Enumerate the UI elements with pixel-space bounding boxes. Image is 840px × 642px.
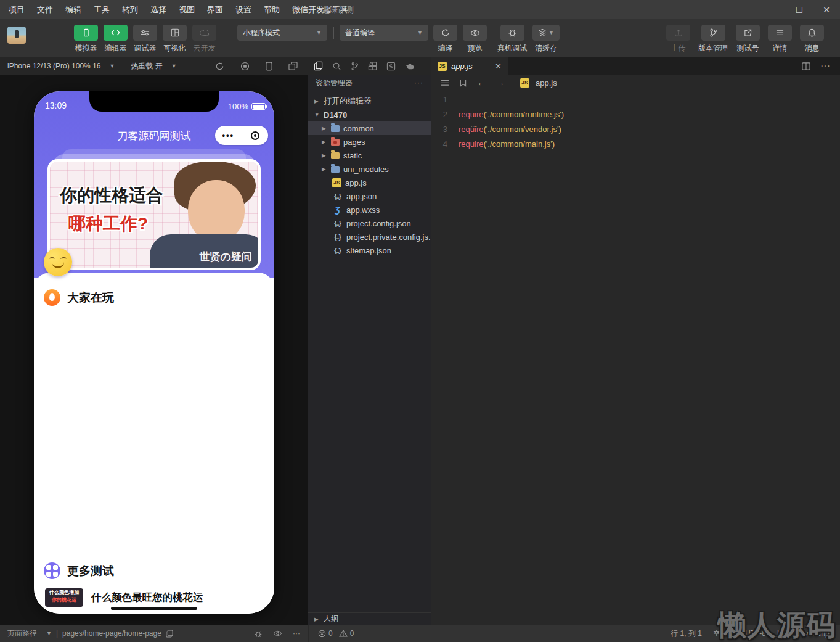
menu-interface[interactable]: 界面	[201, 4, 229, 15]
toggle-cloud[interactable]: 云开发	[192, 25, 216, 54]
search-icon[interactable]	[332, 62, 341, 71]
close-tab-icon[interactable]: ✕	[495, 62, 502, 71]
test-account-button[interactable]: 测试号	[736, 25, 760, 54]
main-banner[interactable]: 你的性格适合 哪种工作? 世贤の疑问	[47, 159, 261, 270]
simulator-toolbar: iPhone 12/13 (Pro) 100% 16▼ 热重载 开▼	[0, 57, 308, 75]
bell-icon	[808, 28, 816, 37]
tree-file-app-wxss[interactable]: Ʒapp.wxss	[308, 203, 431, 216]
home-indicator	[111, 607, 197, 610]
device-debug-button[interactable]: 真机调试	[497, 25, 527, 54]
toggle-debugger[interactable]: 调试器	[133, 25, 157, 54]
more-actions-icon[interactable]: ···	[820, 60, 830, 72]
breadcrumb-file[interactable]: app.js	[536, 78, 557, 88]
tree-file-project-private-config[interactable]: {..}project.private.config.js...	[308, 230, 431, 244]
upload-button[interactable]: 上传	[666, 25, 690, 54]
copy-path-icon[interactable]	[166, 630, 173, 638]
nav-back-icon[interactable]: ←	[477, 78, 486, 88]
menu-goto[interactable]: 转到	[116, 4, 144, 15]
device-select[interactable]: iPhone 12/13 (Pro) 100% 16▼	[0, 62, 115, 70]
more-quiz-item[interactable]: 什么颜色增加 你的桃花运 什么颜色最旺您的桃花运	[45, 588, 264, 607]
tab-app-js[interactable]: JS app.js ✕	[431, 57, 508, 75]
cursor-position[interactable]: 行 1, 列 1	[671, 628, 702, 639]
snippet-icon[interactable]	[386, 62, 396, 71]
device-frame-icon[interactable]	[266, 62, 272, 71]
version-control-button[interactable]: 版本管理	[698, 25, 728, 54]
sliders-icon	[141, 29, 150, 36]
eye-icon[interactable]	[273, 630, 282, 636]
tree-folder-pages[interactable]: ▶pages	[308, 135, 431, 149]
toggle-editor[interactable]: 编辑器	[104, 25, 128, 54]
multi-window-icon[interactable]	[288, 62, 298, 71]
mode-select[interactable]: 小程序模式▼	[237, 25, 327, 41]
toggle-simulator[interactable]: 模拟器	[74, 25, 98, 54]
teapot-icon[interactable]	[405, 62, 415, 70]
tree-folder-static[interactable]: ▶static	[308, 149, 431, 162]
menu-tools[interactable]: 工具	[88, 4, 116, 15]
explorer-more-icon[interactable]: ···	[414, 78, 423, 87]
tree-file-app-js[interactable]: JSapp.js	[308, 176, 431, 189]
outline-section[interactable]: ▶大纲	[308, 612, 431, 625]
code-line: 3require('./common/vendor.js')	[431, 122, 840, 137]
compile-button[interactable]: 编译	[433, 25, 457, 54]
user-avatar[interactable]	[7, 27, 26, 44]
menu-view[interactable]: 视图	[173, 4, 201, 15]
tree-file-project-config[interactable]: {..}project.config.json	[308, 216, 431, 230]
compile-mode-select[interactable]: 普通编译▼	[340, 25, 428, 41]
rotate-icon[interactable]	[215, 62, 224, 71]
split-editor-icon[interactable]	[802, 62, 810, 70]
toggle-visualizer[interactable]: 可视化	[163, 25, 187, 54]
git-branch-icon	[709, 28, 717, 37]
menu-edit[interactable]: 编辑	[59, 4, 88, 15]
tree-folder-uni-modules[interactable]: ▶uni_modules	[308, 162, 431, 176]
chevron-right-icon: ▶	[314, 616, 320, 622]
chevron-down-icon: ▼	[314, 112, 320, 118]
upload-icon	[674, 29, 683, 37]
page-path-label[interactable]: 页面路径	[7, 628, 37, 639]
files-icon[interactable]	[314, 61, 323, 71]
tree-open-editors[interactable]: ▶打开的编辑器	[308, 94, 431, 108]
menu-project[interactable]: 项目	[2, 4, 31, 15]
close-button[interactable]: ✕	[813, 0, 840, 19]
cloud-icon	[200, 30, 210, 36]
banner-watermark: 世贤の疑问	[200, 250, 252, 264]
bookmark-icon[interactable]	[460, 79, 467, 87]
more-icon[interactable]: ···	[293, 629, 300, 638]
banner-title-line2: 哪种工作?	[68, 212, 148, 236]
layers-icon	[538, 28, 547, 37]
stop-record-icon[interactable]	[240, 62, 250, 71]
clear-cache-button[interactable]: ▼ 清缓存	[532, 25, 560, 54]
nav-forward-icon[interactable]: →	[496, 78, 505, 88]
battery-icon	[251, 103, 266, 110]
minimize-button[interactable]: ─	[759, 0, 786, 19]
details-button[interactable]: 详情	[768, 25, 792, 54]
tab-bar-actions: ···	[802, 60, 840, 72]
tree-file-app-json[interactable]: {..}app.json	[308, 189, 431, 203]
editor-breadcrumb: ← → JS app.js	[431, 75, 840, 91]
menu-select[interactable]: 选择	[144, 4, 173, 15]
menu-settings[interactable]: 设置	[229, 4, 258, 15]
more-menu-button[interactable]: •••	[215, 131, 242, 140]
code-editor[interactable]: 1 2require('./common/runtime.js') 3requi…	[431, 91, 840, 625]
menu-help[interactable]: 帮助	[258, 4, 286, 15]
outline-list-icon[interactable]	[441, 80, 449, 86]
maximize-button[interactable]: ☐	[786, 0, 813, 19]
warnings-icon[interactable]	[339, 630, 348, 637]
tree-file-sitemap[interactable]: {..}sitemap.json	[308, 244, 431, 257]
errors-icon[interactable]	[318, 630, 326, 638]
warnings-count: 0	[350, 629, 354, 638]
chevron-down-icon: ▼	[417, 30, 423, 36]
chevron-down-icon: ▼	[46, 630, 52, 636]
main-toolbar: 模拟器 编辑器 调试器 可视化 云开发 小程序模式▼ 普通编译	[0, 19, 840, 57]
extensions-icon[interactable]	[368, 62, 377, 71]
tree-project-root[interactable]: ▼D1470	[308, 108, 431, 121]
source-control-icon[interactable]	[351, 62, 359, 71]
tree-folder-common[interactable]: ▶common	[308, 121, 431, 135]
messages-button[interactable]: 消息	[800, 25, 824, 54]
minimize-miniapp-button[interactable]	[242, 131, 269, 140]
debug-icon[interactable]	[254, 630, 263, 638]
errors-count: 0	[328, 629, 333, 638]
chevron-down-icon: ▼	[171, 63, 177, 69]
hot-reload-toggle[interactable]: 热重载 开▼	[131, 61, 176, 72]
preview-button[interactable]: 预览	[463, 25, 487, 54]
menu-file[interactable]: 文件	[31, 4, 59, 15]
